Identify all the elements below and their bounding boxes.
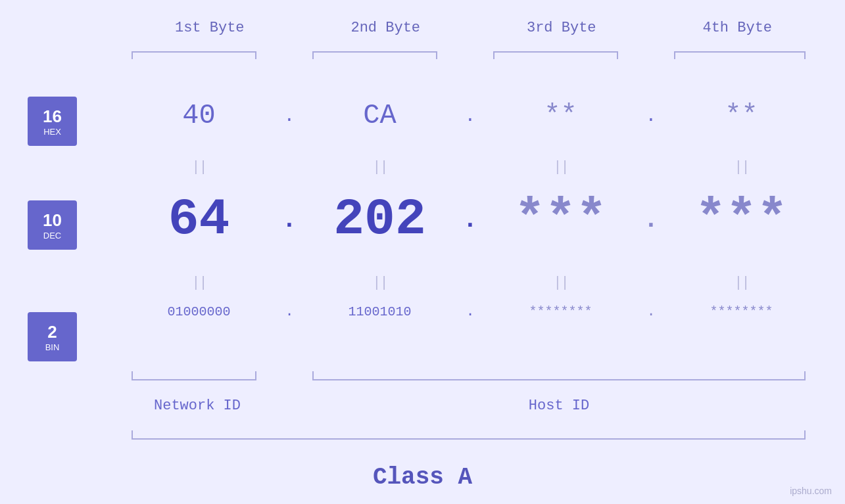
main-container: 1st Byte 2nd Byte 3rd Byte 4th Byte 16 H…	[0, 0, 845, 504]
dec-byte4: ***	[664, 191, 819, 248]
bin-byte2: 11001010	[302, 304, 457, 319]
dec-dot2: .	[457, 206, 483, 234]
host-id-bracket	[312, 371, 806, 380]
hex-dot2: .	[457, 106, 483, 126]
header-byte2: 2nd Byte	[298, 20, 474, 36]
dec-dot3: .	[638, 206, 664, 234]
header-byte1: 1st Byte	[122, 20, 298, 36]
dec-dot1: .	[276, 206, 302, 234]
class-label: Class A	[373, 464, 472, 491]
hex-dot1: .	[276, 106, 302, 126]
bracket-top-byte2	[312, 51, 437, 59]
equals-row-2: || || || ||	[122, 275, 819, 291]
hex-byte1: 40	[122, 100, 276, 131]
watermark: ipshu.com	[790, 486, 832, 496]
class-bracket	[132, 430, 806, 440]
bracket-top-byte3	[493, 51, 618, 59]
byte-headers: 1st Byte 2nd Byte 3rd Byte 4th Byte	[122, 20, 825, 36]
network-id-bracket	[132, 371, 256, 380]
hex-label: 16 HEX	[28, 97, 77, 146]
hex-byte2: CA	[302, 100, 457, 131]
hex-byte3: **	[483, 100, 638, 131]
bin-dot2: .	[457, 304, 483, 320]
dec-row: 64 . 202 . *** . ***	[122, 191, 819, 248]
host-id-label: Host ID	[312, 398, 806, 414]
bin-byte4: ********	[664, 304, 819, 319]
header-byte3: 3rd Byte	[473, 20, 650, 36]
hex-byte4: **	[664, 100, 819, 131]
bin-byte3: ********	[483, 304, 638, 319]
dec-byte2: 202	[302, 191, 457, 248]
bin-dot3: .	[638, 304, 664, 320]
equals-row-1: || || || ||	[122, 159, 819, 175]
hex-row: 40 . CA . ** . **	[122, 100, 819, 131]
bin-row: 01000000 . 11001010 . ******** . *******…	[122, 304, 819, 320]
dec-byte3: ***	[483, 191, 638, 248]
bin-dot1: .	[276, 304, 302, 320]
network-id-label: Network ID	[128, 398, 266, 414]
bin-label: 2 BIN	[28, 312, 77, 361]
hex-dot3: .	[638, 106, 664, 126]
bracket-top-byte1	[132, 51, 256, 59]
bin-byte1: 01000000	[122, 304, 276, 319]
dec-label: 10 DEC	[28, 200, 77, 250]
header-byte4: 4th Byte	[650, 20, 826, 36]
bracket-top-byte4	[674, 51, 806, 59]
dec-byte1: 64	[122, 191, 276, 248]
